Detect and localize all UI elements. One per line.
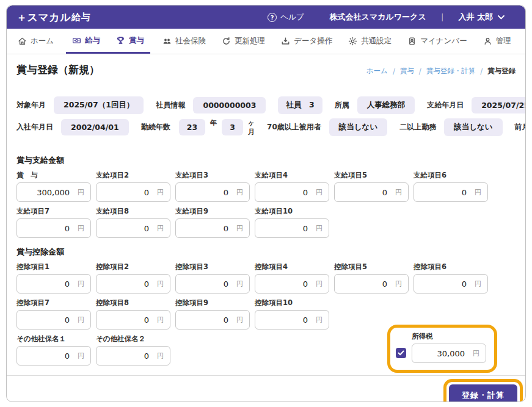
payment-item-9-value: 0 bbox=[224, 224, 228, 233]
logo-sub-text: 給与 bbox=[71, 12, 90, 23]
payment-item-6-field: 支給項目6 0 円 bbox=[414, 171, 488, 202]
payment-item-6-value: 0 bbox=[462, 188, 467, 197]
deduction-item-8-label: 控除項目8 bbox=[96, 298, 170, 308]
employee-info-row-2: 入社年月日 2002/04/01 勤続年数 23 年 3 ヶ月 70歳以上被用者… bbox=[16, 118, 516, 137]
payment-item-9-input[interactable]: 0 円 bbox=[175, 218, 250, 238]
help-link[interactable]: ? ヘルプ bbox=[268, 12, 304, 23]
yen-unit: 円 bbox=[236, 315, 243, 325]
nav-common-settings-label: 共通設定 bbox=[361, 36, 392, 46]
tenure-years-unit: 年 bbox=[210, 118, 217, 128]
yen-unit: 円 bbox=[78, 315, 84, 325]
deduction-item-4-value: 0 bbox=[303, 279, 308, 289]
app-logo: ＋スマカル給与 bbox=[16, 10, 90, 24]
payment-item-10-input[interactable]: 0 円 bbox=[255, 218, 329, 238]
yen-unit: 円 bbox=[316, 188, 322, 197]
nav-home[interactable]: ホーム bbox=[18, 36, 54, 46]
payment-item-5-input[interactable]: 0 円 bbox=[334, 182, 409, 202]
user-menu[interactable]: 入井 太郎 bbox=[458, 12, 505, 23]
chevron-down-icon bbox=[498, 15, 505, 20]
income-tax-input[interactable]: 30,000 円 bbox=[412, 344, 486, 363]
multi-employment-group: 二以上勤務 該当しない bbox=[399, 118, 502, 136]
nav-data-operation[interactable]: データ操作 bbox=[281, 36, 332, 46]
deduction-item-1-input[interactable]: 0 円 bbox=[16, 274, 91, 294]
breadcrumb-bonus[interactable]: 賞与 bbox=[400, 67, 414, 76]
nav-bonus[interactable]: 賞与 bbox=[116, 35, 144, 46]
bonus-amount-input[interactable]: 300,000 円 bbox=[16, 182, 91, 202]
deduction-item-7-input[interactable]: 0 円 bbox=[16, 310, 91, 330]
payment-item-8-value: 0 bbox=[144, 224, 149, 233]
other-insurance-2-field: その他社保名２ 0 円 bbox=[96, 334, 170, 366]
deduction-item-7-label: 控除項目7 bbox=[16, 298, 91, 308]
nav-social-insurance-label: 社会保険 bbox=[175, 36, 206, 46]
help-label: ヘルプ bbox=[280, 12, 304, 23]
payment-item-7-value: 0 bbox=[65, 224, 70, 233]
submit-button[interactable]: 登録・計算 bbox=[449, 384, 517, 402]
nav-home-label: ホーム bbox=[31, 36, 54, 46]
payment-date-value: 2025/07/25 bbox=[472, 97, 526, 113]
submit-highlight-ring: 登録・計算 bbox=[443, 379, 523, 402]
breadcrumb-separator: / bbox=[480, 67, 483, 76]
other-insurance-2-input[interactable]: 0 円 bbox=[96, 346, 170, 366]
nav-update[interactable]: 更新処理 bbox=[222, 36, 265, 46]
department-group: 所属 人事総務部 bbox=[335, 96, 415, 114]
deduction-item-4-input[interactable]: 0 円 bbox=[255, 274, 329, 294]
footer: 登録・計算 bbox=[7, 375, 525, 402]
page-title: 賞与登録（新規） bbox=[16, 63, 100, 77]
deduction-item-1-field: 控除項目1 0 円 bbox=[16, 262, 91, 294]
deduction-item-9-input[interactable]: 0 円 bbox=[175, 310, 250, 330]
payment-item-3-input[interactable]: 0 円 bbox=[175, 182, 250, 202]
deduction-item-6-input[interactable]: 0 円 bbox=[414, 274, 488, 294]
banknote-icon bbox=[72, 36, 81, 45]
payment-item-9-field: 支給項目9 0 円 bbox=[175, 207, 250, 238]
nav-update-label: 更新処理 bbox=[235, 36, 265, 46]
deduction-row-1: 控除項目1 0 円 控除項目2 0 円 控除項目3 0 円 bbox=[16, 262, 516, 294]
other-insurance-1-input[interactable]: 0 円 bbox=[16, 346, 91, 366]
payment-item-7-input[interactable]: 0 円 bbox=[16, 218, 91, 238]
people-icon bbox=[162, 37, 172, 46]
payment-item-7-field: 支給項目7 0 円 bbox=[16, 207, 91, 238]
deduction-item-1-label: 控除項目1 bbox=[16, 262, 91, 272]
deduction-item-3-input[interactable]: 0 円 bbox=[175, 274, 250, 294]
yen-unit: 円 bbox=[78, 351, 84, 361]
yen-unit: 円 bbox=[316, 224, 322, 233]
deduction-item-10-value: 0 bbox=[303, 315, 308, 325]
other-insurance-1-value: 0 bbox=[65, 351, 70, 361]
income-tax-checkbox[interactable] bbox=[396, 348, 406, 358]
nav-salary[interactable]: 給与 bbox=[72, 35, 100, 46]
deduction-item-2-input[interactable]: 0 円 bbox=[96, 274, 170, 294]
payment-item-8-field: 支給項目8 0 円 bbox=[96, 207, 170, 238]
payment-section-title: 賞与支給金額 bbox=[16, 155, 516, 166]
deduction-item-5-input[interactable]: 0 円 bbox=[334, 274, 409, 294]
nav-common-settings[interactable]: 共通設定 bbox=[348, 36, 392, 46]
other-insurance-1-field: その他社保名１ 0 円 bbox=[16, 334, 91, 366]
deduction-item-2-value: 0 bbox=[144, 279, 149, 289]
deduction-item-10-label: 控除項目10 bbox=[255, 298, 329, 308]
payment-item-3-field: 支給項目3 0 円 bbox=[175, 171, 250, 202]
nav-mynumber-label: マイナンバー bbox=[420, 36, 467, 46]
breadcrumb-home[interactable]: ホーム bbox=[366, 67, 388, 76]
payment-item-10-value: 0 bbox=[303, 224, 308, 233]
payment-item-2-input[interactable]: 0 円 bbox=[96, 182, 170, 202]
payment-item-6-label: 支給項目6 bbox=[414, 171, 488, 180]
payment-item-4-input[interactable]: 0 円 bbox=[255, 182, 329, 202]
nav-admin[interactable]: 管理 bbox=[483, 36, 511, 46]
hire-date-value: 2002/04/01 bbox=[61, 119, 129, 135]
yen-unit: 円 bbox=[236, 279, 243, 289]
nav-social-insurance[interactable]: 社会保険 bbox=[162, 36, 206, 46]
employee-name-chip: 社員 3 bbox=[278, 96, 322, 114]
deduction-item-2-label: 控除項目2 bbox=[96, 262, 170, 272]
payment-item-8-input[interactable]: 0 円 bbox=[96, 218, 170, 238]
hire-date-label: 入社年月日 bbox=[16, 122, 53, 132]
main-content: 賞与登録（新規） ホーム / 賞与 / 賞与登録・計算 / 賞与登録 対象年月 … bbox=[7, 54, 525, 367]
yen-unit: 円 bbox=[236, 188, 243, 197]
breadcrumb: ホーム / 賞与 / 賞与登録・計算 / 賞与登録 bbox=[366, 67, 516, 77]
deduction-item-10-input[interactable]: 0 円 bbox=[255, 310, 329, 330]
multi-employment-label: 二以上勤務 bbox=[399, 122, 436, 132]
other-insurance-2-label: その他社保名２ bbox=[96, 334, 170, 344]
yen-unit: 円 bbox=[316, 315, 322, 325]
nav-mynumber[interactable]: マイナンバー bbox=[407, 36, 467, 46]
payment-item-6-input[interactable]: 0 円 bbox=[414, 182, 488, 202]
deduction-item-8-input[interactable]: 0 円 bbox=[96, 310, 170, 330]
employee-info: 対象年月 2025/07（1回目） 社員情報 0000000003 社員 3 所… bbox=[16, 96, 516, 137]
breadcrumb-bonus-register-calc[interactable]: 賞与登録・計算 bbox=[426, 67, 476, 76]
